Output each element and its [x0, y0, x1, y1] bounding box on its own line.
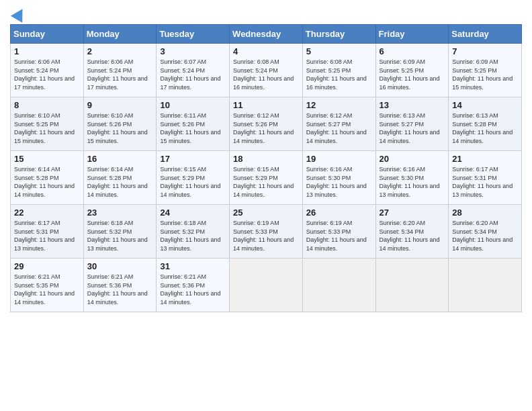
logo — [10, 9, 26, 20]
calendar-cell: 6Sunrise: 6:09 AMSunset: 5:25 PMDaylight… — [375, 44, 449, 97]
day-info: Sunrise: 6:18 AMSunset: 5:32 PMDaylight:… — [87, 219, 153, 253]
calendar-cell — [230, 259, 303, 312]
calendar-cell: 28Sunrise: 6:20 AMSunset: 5:34 PMDayligh… — [449, 205, 522, 259]
day-number: 4 — [233, 46, 299, 56]
day-number: 2 — [87, 46, 153, 56]
day-number: 5 — [306, 46, 372, 56]
calendar-cell: 30Sunrise: 6:21 AMSunset: 5:36 PMDayligh… — [83, 259, 157, 312]
day-info: Sunrise: 6:20 AMSunset: 5:34 PMDaylight:… — [380, 219, 445, 253]
day-number: 9 — [87, 100, 153, 110]
day-info: Sunrise: 6:12 AMSunset: 5:26 PMDaylight:… — [233, 111, 299, 145]
day-number: 14 — [452, 100, 518, 110]
day-info: Sunrise: 6:16 AMSunset: 5:30 PMDaylight:… — [306, 165, 372, 199]
day-number: 26 — [306, 208, 372, 218]
calendar-week-1: 1Sunrise: 6:06 AMSunset: 5:24 PMDaylight… — [11, 44, 522, 97]
day-number: 23 — [87, 208, 153, 218]
day-header-monday: Monday — [83, 25, 157, 44]
day-number: 12 — [306, 100, 372, 110]
day-header-wednesday: Wednesday — [230, 25, 303, 44]
day-header-tuesday: Tuesday — [157, 25, 230, 44]
day-number: 25 — [233, 208, 299, 218]
calendar-cell: 1Sunrise: 6:06 AMSunset: 5:24 PMDaylight… — [11, 44, 84, 97]
calendar-cell: 21Sunrise: 6:17 AMSunset: 5:31 PMDayligh… — [449, 151, 522, 205]
calendar-cell: 7Sunrise: 6:09 AMSunset: 5:25 PMDaylight… — [449, 44, 522, 97]
day-number: 13 — [380, 100, 445, 110]
day-info: Sunrise: 6:19 AMSunset: 5:33 PMDaylight:… — [306, 219, 372, 253]
day-info: Sunrise: 6:11 AMSunset: 5:26 PMDaylight:… — [160, 111, 226, 145]
page-header — [10, 7, 522, 20]
calendar-cell: 20Sunrise: 6:16 AMSunset: 5:30 PMDayligh… — [375, 151, 449, 205]
calendar-cell: 23Sunrise: 6:18 AMSunset: 5:32 PMDayligh… — [83, 205, 157, 259]
day-info: Sunrise: 6:15 AMSunset: 5:29 PMDaylight:… — [160, 165, 226, 199]
calendar-cell: 8Sunrise: 6:10 AMSunset: 5:25 PMDaylight… — [11, 97, 84, 151]
day-info: Sunrise: 6:10 AMSunset: 5:25 PMDaylight:… — [14, 111, 80, 145]
day-header-friday: Friday — [375, 25, 449, 44]
day-number: 28 — [452, 208, 518, 218]
day-number: 18 — [233, 154, 299, 164]
day-info: Sunrise: 6:13 AMSunset: 5:28 PMDaylight:… — [452, 111, 518, 145]
calendar-cell: 2Sunrise: 6:06 AMSunset: 5:24 PMDaylight… — [83, 44, 157, 97]
calendar-cell: 25Sunrise: 6:19 AMSunset: 5:33 PMDayligh… — [230, 205, 303, 259]
day-number: 16 — [87, 154, 153, 164]
day-header-saturday: Saturday — [449, 25, 522, 44]
calendar-cell: 22Sunrise: 6:17 AMSunset: 5:31 PMDayligh… — [11, 205, 84, 259]
day-info: Sunrise: 6:16 AMSunset: 5:30 PMDaylight:… — [380, 165, 445, 199]
calendar-cell — [375, 259, 449, 312]
calendar-week-4: 22Sunrise: 6:17 AMSunset: 5:31 PMDayligh… — [11, 205, 522, 259]
day-info: Sunrise: 6:21 AMSunset: 5:35 PMDaylight:… — [14, 273, 80, 306]
day-number: 3 — [160, 46, 226, 56]
calendar-cell — [302, 259, 375, 312]
day-number: 20 — [380, 154, 445, 164]
day-info: Sunrise: 6:20 AMSunset: 5:34 PMDaylight:… — [452, 219, 518, 253]
calendar-cell: 11Sunrise: 6:12 AMSunset: 5:26 PMDayligh… — [230, 97, 303, 151]
day-info: Sunrise: 6:14 AMSunset: 5:28 PMDaylight:… — [87, 165, 153, 199]
day-number: 30 — [87, 261, 153, 271]
day-info: Sunrise: 6:06 AMSunset: 5:24 PMDaylight:… — [87, 58, 153, 91]
day-header-sunday: Sunday — [11, 25, 84, 44]
calendar-cell: 9Sunrise: 6:10 AMSunset: 5:26 PMDaylight… — [83, 97, 157, 151]
day-info: Sunrise: 6:08 AMSunset: 5:24 PMDaylight:… — [233, 58, 299, 91]
calendar-cell: 10Sunrise: 6:11 AMSunset: 5:26 PMDayligh… — [157, 97, 230, 151]
calendar-cell: 3Sunrise: 6:07 AMSunset: 5:24 PMDaylight… — [157, 44, 230, 97]
day-info: Sunrise: 6:17 AMSunset: 5:31 PMDaylight:… — [452, 165, 518, 199]
day-info: Sunrise: 6:18 AMSunset: 5:32 PMDaylight:… — [160, 219, 226, 253]
calendar-cell: 15Sunrise: 6:14 AMSunset: 5:28 PMDayligh… — [11, 151, 84, 205]
calendar-week-2: 8Sunrise: 6:10 AMSunset: 5:25 PMDaylight… — [11, 97, 522, 151]
calendar-table: SundayMondayTuesdayWednesdayThursdayFrid… — [10, 24, 522, 312]
calendar-cell: 16Sunrise: 6:14 AMSunset: 5:28 PMDayligh… — [83, 151, 157, 205]
day-number: 1 — [14, 46, 80, 56]
day-info: Sunrise: 6:13 AMSunset: 5:27 PMDaylight:… — [380, 111, 445, 145]
day-number: 22 — [14, 208, 80, 218]
calendar-cell: 29Sunrise: 6:21 AMSunset: 5:35 PMDayligh… — [11, 259, 84, 312]
day-info: Sunrise: 6:09 AMSunset: 5:25 PMDaylight:… — [380, 58, 445, 91]
day-number: 24 — [160, 208, 226, 218]
calendar-header-row: SundayMondayTuesdayWednesdayThursdayFrid… — [11, 25, 522, 44]
day-info: Sunrise: 6:14 AMSunset: 5:28 PMDaylight:… — [14, 165, 80, 199]
day-info: Sunrise: 6:07 AMSunset: 5:24 PMDaylight:… — [160, 58, 226, 91]
day-number: 31 — [160, 261, 226, 271]
day-info: Sunrise: 6:21 AMSunset: 5:36 PMDaylight:… — [87, 273, 153, 306]
day-info: Sunrise: 6:10 AMSunset: 5:26 PMDaylight:… — [87, 111, 153, 145]
day-number: 6 — [380, 46, 445, 56]
calendar-cell: 17Sunrise: 6:15 AMSunset: 5:29 PMDayligh… — [157, 151, 230, 205]
day-info: Sunrise: 6:06 AMSunset: 5:24 PMDaylight:… — [14, 58, 80, 91]
day-number: 17 — [160, 154, 226, 164]
day-number: 11 — [233, 100, 299, 110]
day-number: 10 — [160, 100, 226, 110]
day-info: Sunrise: 6:08 AMSunset: 5:25 PMDaylight:… — [306, 58, 372, 91]
day-info: Sunrise: 6:09 AMSunset: 5:25 PMDaylight:… — [452, 58, 518, 91]
calendar-week-3: 15Sunrise: 6:14 AMSunset: 5:28 PMDayligh… — [11, 151, 522, 205]
calendar-week-5: 29Sunrise: 6:21 AMSunset: 5:35 PMDayligh… — [11, 259, 522, 312]
day-number: 15 — [14, 154, 80, 164]
day-number: 29 — [14, 261, 80, 271]
logo-icon — [11, 5, 28, 23]
calendar-cell — [449, 259, 522, 312]
calendar-cell: 26Sunrise: 6:19 AMSunset: 5:33 PMDayligh… — [302, 205, 375, 259]
calendar-cell: 31Sunrise: 6:21 AMSunset: 5:36 PMDayligh… — [157, 259, 230, 312]
calendar-cell: 12Sunrise: 6:12 AMSunset: 5:27 PMDayligh… — [302, 97, 375, 151]
day-number: 7 — [452, 46, 518, 56]
day-info: Sunrise: 6:17 AMSunset: 5:31 PMDaylight:… — [14, 219, 80, 253]
calendar-cell: 24Sunrise: 6:18 AMSunset: 5:32 PMDayligh… — [157, 205, 230, 259]
day-number: 21 — [452, 154, 518, 164]
calendar-cell: 18Sunrise: 6:15 AMSunset: 5:29 PMDayligh… — [230, 151, 303, 205]
